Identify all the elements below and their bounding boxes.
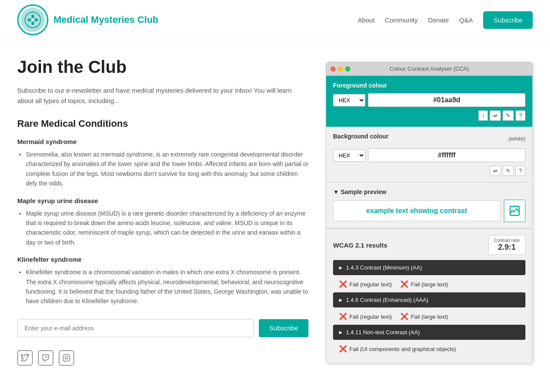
criterion-14011-results: ❌ Fail (UI components and graphical obje… (333, 342, 525, 357)
logo-svg (24, 11, 41, 28)
criterion-143-result-1: ❌ Fail (regular text) (339, 280, 392, 288)
criterion-143-result-1-label: Fail (regular text) (349, 281, 392, 288)
criterion-14011-result-1-label: Fail (UI components and graphical object… (349, 346, 456, 352)
condition-2: Maple syrup urine disease Maple syrup ur… (17, 197, 308, 248)
bg-white-label: (white) (509, 135, 525, 142)
sample-row: example text showing contrast (333, 200, 525, 222)
twitch-icon[interactable] (38, 350, 53, 366)
bg-tool-help[interactable]: ? (515, 166, 525, 176)
svg-rect-6 (63, 354, 70, 361)
foreground-section: Foreground colour HEX ↕ ⇌ ✎ ? (326, 76, 532, 127)
criterion-143[interactable]: ▶ 1.4.3 Contrast (Minimum) (AA) (333, 260, 525, 275)
sample-preview-section: ▼ Sample preview example text showing co… (326, 182, 532, 228)
fg-tool-help[interactable]: ? (515, 110, 525, 121)
twitter-icon[interactable] (17, 350, 33, 366)
criterion-14011-result-1: ❌ Fail (UI components and graphical obje… (339, 345, 456, 353)
condition-2-title: Maple syrup urine disease (17, 197, 308, 204)
criterion-143-label: 1.4.3 Contrast (Minimum) (AA) (346, 264, 422, 271)
criterion-146-result-1: ❌ Fail (regular text) (339, 313, 392, 320)
minimize-dot[interactable] (338, 66, 343, 72)
criterion-146-result-2: ❌ Fail (large text) (400, 313, 448, 320)
criterion-14011[interactable]: ▶ 1.4.11 Non-text Contrast (AA) (333, 325, 525, 340)
fail-icon-5: ❌ (339, 345, 347, 353)
foreground-label: Foreground colour (333, 82, 525, 89)
fg-hex-input[interactable] (368, 93, 525, 107)
background-input-row: HEX (333, 148, 525, 162)
fail-icon-2: ❌ (400, 280, 409, 288)
bg-label-row: Background colour (white) (333, 133, 525, 144)
condition-2-desc: Maple syrup urine disease (MSUD) is a ra… (17, 209, 308, 248)
criterion-146-result-2-label: Fail (large text) (411, 314, 448, 320)
left-content: Join the Club Subscribe to our e-newslet… (17, 57, 308, 366)
fg-tools: ↕ ⇌ ✎ ? (333, 110, 525, 121)
logo (17, 4, 48, 35)
condition-1-title: Mermaid syndrome (17, 138, 308, 145)
nav-qa[interactable]: Q&A (459, 16, 473, 24)
intro-text: Subscribe to our e-newsletter and have m… (17, 85, 308, 106)
sample-chart-button[interactable] (504, 200, 525, 222)
criterion-14011-arrow: ▶ (339, 330, 343, 335)
main-container: Join the Club Subscribe to our e-newslet… (0, 40, 550, 383)
cca-panel: Colour Contrast Analyser (CCA) Foregroun… (326, 62, 533, 364)
fail-icon-1: ❌ (339, 280, 347, 288)
criterion-146-result-1-label: Fail (regular text) (349, 314, 392, 320)
condition-3: Klinefelter syndrome Klinefelter syndrom… (17, 256, 308, 306)
condition-3-title: Klinefelter syndrome (17, 256, 308, 263)
fg-tool-swap[interactable]: ↕ (478, 110, 488, 121)
wcag-header-row: WCAG 2.1 results Contrast ratio 2.9:1 (333, 235, 525, 255)
header-subscribe-button[interactable]: Subscribe (483, 11, 533, 29)
cca-titlebar: Colour Contrast Analyser (CCA) (326, 62, 532, 76)
subscribe-button[interactable]: Subscribe (259, 319, 308, 337)
site-title: Medical Mysteries Club (53, 14, 158, 25)
criterion-143-results: ❌ Fail (regular text) ❌ Fail (large text… (333, 278, 525, 292)
bg-tool-pick[interactable]: ✎ (503, 166, 514, 176)
bg-tool-adjust[interactable]: ⇌ (490, 166, 501, 176)
sample-label: ▼ Sample preview (333, 188, 525, 195)
page-heading: Join the Club (17, 57, 308, 77)
criterion-14011-label: 1.4.11 Non-text Contrast (AA) (346, 329, 420, 336)
header: Medical Mysteries Club About Community D… (0, 0, 550, 40)
logo-icon (21, 8, 45, 32)
email-subscribe-row: Subscribe (17, 319, 308, 337)
chart-icon (509, 205, 521, 217)
social-icons (17, 350, 308, 366)
criterion-143-arrow: ▶ (339, 265, 343, 270)
fg-tool-adjust[interactable]: ⇌ (490, 110, 501, 121)
background-section: Background colour (white) HEX ⇌ ✎ ? (326, 127, 532, 182)
sample-text: example text showing contrast (333, 201, 500, 221)
condition-3-desc: Klinefelter syndrome is a chromosomal va… (17, 267, 308, 306)
background-label: Background colour (333, 133, 388, 140)
bg-format-select[interactable]: HEX (333, 149, 365, 162)
svg-line-11 (514, 209, 516, 212)
bg-tools: ⇌ ✎ ? (333, 166, 525, 176)
fail-icon-3: ❌ (339, 313, 347, 320)
criterion-143-result-2: ❌ Fail (large text) (400, 280, 448, 288)
contrast-ratio-value: 2.9:1 (498, 243, 515, 251)
close-dot[interactable] (330, 66, 336, 72)
nav-donate[interactable]: Donate (428, 16, 449, 24)
fg-format-select[interactable]: HEX (333, 94, 365, 107)
criterion-146-results: ❌ Fail (regular text) ❌ Fail (large text… (333, 310, 525, 325)
criterion-146[interactable]: ▶ 1.4.6 Contrast (Enhanced) (AAA) (333, 292, 525, 307)
section-heading: Rare Medical Conditions (17, 118, 308, 129)
condition-1: Mermaid syndrome Sirenomelia, also known… (17, 138, 308, 188)
bg-hex-input[interactable] (368, 148, 525, 162)
nav-about[interactable]: About (358, 16, 374, 24)
cca-window-controls (330, 66, 350, 72)
criterion-143-result-2-label: Fail (large text) (411, 281, 448, 288)
cca-title: Colour Contrast Analyser (CCA) (390, 66, 469, 72)
instagram-icon[interactable] (59, 350, 74, 366)
email-input[interactable] (17, 319, 254, 337)
wcag-title: WCAG 2.1 results (333, 241, 387, 249)
wcag-section: WCAG 2.1 results Contrast ratio 2.9:1 ▶ … (326, 229, 532, 363)
svg-point-3 (31, 18, 35, 22)
maximize-dot[interactable] (345, 66, 350, 72)
fg-tool-pick[interactable]: ✎ (503, 110, 514, 121)
criterion-146-label: 1.4.6 Contrast (Enhanced) (AAA) (346, 297, 428, 303)
nav-community[interactable]: Community (385, 16, 418, 24)
foreground-input-row: HEX (333, 93, 525, 107)
main-nav: About Community Donate Q&A Subscribe (358, 11, 533, 29)
condition-1-desc: Sirenomelia, also known as mermaid syndr… (17, 150, 308, 188)
fail-icon-4: ❌ (400, 313, 409, 320)
contrast-ratio-box: Contrast ratio 2.9:1 (488, 235, 525, 255)
